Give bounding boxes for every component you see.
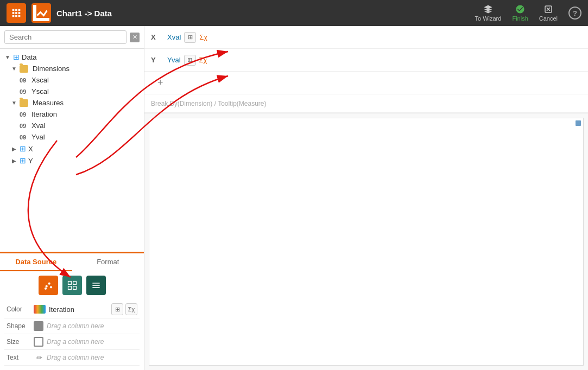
text-placeholder: Drag a column here (47, 354, 137, 361)
x-axis-row: X Xval ⊞ Σχ (144, 26, 588, 49)
x-axis-label: X (151, 33, 162, 41)
shape-label: Shape (7, 322, 30, 330)
data-label: Data (22, 53, 36, 61)
xscal-label: Xscal (31, 76, 49, 84)
y-axis-field: Yval ⊞ Σχ (167, 55, 581, 66)
tree-item-data[interactable]: ▼ ⊞ Data (0, 51, 144, 63)
svg-point-4 (48, 283, 50, 285)
type-icon: 09 (20, 134, 29, 141)
scatter-icon-button[interactable] (39, 276, 58, 295)
table-icon: ⊞ (13, 53, 20, 61)
type-icon: 09 (20, 111, 29, 118)
tree-item-dimensions[interactable]: ▼ Dimensions (0, 63, 144, 74)
svg-rect-8 (73, 282, 76, 285)
x-field-name: Xval (167, 33, 181, 41)
tree-item-xval[interactable]: 09 Xval (0, 120, 144, 131)
size-placeholder: Drag a column here (47, 338, 137, 346)
shape-field-row: Shape Drag a column here (4, 318, 140, 334)
topbar: Chart1 -> Data To Wizard Finish Cancel ? (0, 0, 588, 26)
measures-label: Measures (33, 99, 64, 107)
svg-rect-9 (68, 286, 71, 290)
axis-rows: X Xval ⊞ Σχ Y Yval ⊞ Σχ + (144, 26, 588, 113)
text-label: Text (7, 354, 30, 361)
arrow-icon: ▶ (11, 146, 17, 152)
size-label: Size (7, 338, 30, 346)
tree-item-yval[interactable]: 09 Yval (0, 131, 144, 143)
color-swatch (34, 305, 46, 314)
add-axis-button[interactable]: + (151, 75, 170, 91)
color-label: Color (7, 305, 30, 313)
tab-datasource[interactable]: Data Source (0, 253, 72, 271)
shape-swatch (34, 321, 43, 331)
svg-point-5 (49, 286, 52, 288)
search-clear-button[interactable]: ✕ (130, 33, 140, 42)
arrow-icon: ▼ (11, 66, 17, 72)
iteration-label: Iteration (31, 110, 57, 118)
table-icon: ⊞ (20, 144, 26, 153)
add-axis-row: + (144, 72, 588, 94)
cancel-button[interactable]: Cancel (539, 4, 558, 22)
breakby-text: Break By(Dimension) / Tooltip(Measure) (151, 100, 267, 107)
tree-item-iteration[interactable]: 09 Iteration (0, 109, 144, 120)
svg-rect-7 (68, 282, 71, 285)
arrow-icon: ▼ (11, 100, 17, 106)
panel-tabs: Data Source Format (0, 252, 144, 271)
grid-icon-button[interactable] (62, 276, 82, 295)
y-field-sigma[interactable]: Σχ (199, 56, 207, 64)
chart-corner-handle[interactable] (576, 120, 581, 126)
ds-icon-buttons (4, 276, 140, 295)
svg-point-3 (45, 285, 47, 288)
tab-format[interactable]: Format (72, 253, 144, 271)
arrow-icon: ▶ (11, 158, 17, 164)
color-value: Iteration (49, 305, 108, 314)
type-icon: 09 (20, 88, 29, 95)
finish-button[interactable]: Finish (512, 4, 528, 22)
folder-icon (20, 99, 28, 107)
folder-icon (20, 65, 28, 73)
x-field-sigma[interactable]: Σχ (199, 33, 207, 41)
type-icon: 09 (20, 123, 29, 129)
chart-area (149, 118, 584, 366)
size-swatch (34, 337, 43, 347)
data-tree: ▼ ⊞ Data ▼ Dimensions 09 Xscal 09 Yscal (0, 49, 144, 252)
size-field-row: Size Drag a column here (4, 334, 140, 350)
table-icon: ⊞ (20, 156, 26, 165)
type-icon: 09 (20, 77, 29, 84)
right-panel: X Xval ⊞ Σχ Y Yval ⊞ Σχ + (144, 26, 588, 370)
tree-item-xscal[interactable]: 09 Xscal (0, 74, 144, 86)
svg-rect-10 (73, 286, 76, 290)
chart-logo (31, 3, 51, 23)
color-sigma-button[interactable]: Σχ (125, 303, 137, 315)
yval-label: Yval (31, 133, 45, 141)
tree-item-yscal[interactable]: 09 Yscal (0, 86, 144, 97)
y-axis-row: Y Yval ⊞ Σχ (144, 49, 588, 72)
search-input[interactable] (4, 30, 127, 44)
tree-item-x[interactable]: ▶ ⊞ X (0, 143, 144, 155)
xval-label: Xval (31, 122, 45, 130)
page-title: Chart1 -> Data (56, 9, 470, 18)
yscal-label: Yscal (31, 87, 49, 95)
color-field-actions: ⊞ Σχ (111, 303, 137, 315)
svg-point-6 (44, 288, 46, 290)
shape-placeholder: Drag a column here (47, 322, 137, 330)
text-field-row: Text ✏ Drag a column here (4, 350, 140, 366)
tree-item-measures[interactable]: ▼ Measures (0, 97, 144, 109)
tree-item-y[interactable]: ▶ ⊞ Y (0, 155, 144, 167)
color-field-row: Color Iteration ⊞ Σχ (4, 301, 140, 318)
breakby-row: Break By(Dimension) / Tooltip(Measure) (144, 94, 588, 113)
search-box: ✕ (0, 26, 144, 49)
wizard-button[interactable]: To Wizard (475, 4, 502, 22)
x-field-edit-button[interactable]: ⊞ (184, 32, 196, 43)
list-icon-button[interactable] (86, 276, 106, 295)
dimensions-label: Dimensions (33, 65, 69, 73)
datasource-panel: Color Iteration ⊞ Σχ Shape Drag a column… (0, 271, 144, 370)
x-label: X (28, 145, 33, 153)
y-label: Y (28, 157, 33, 165)
color-edit-button[interactable]: ⊞ (111, 303, 123, 315)
y-field-name: Yval (167, 56, 181, 64)
help-button[interactable]: ? (568, 7, 581, 20)
main-layout: ✕ ▼ ⊞ Data ▼ Dimensions 09 Xscal 0 (0, 26, 588, 370)
y-field-edit-button[interactable]: ⊞ (184, 55, 196, 66)
app-logo (7, 3, 26, 23)
topbar-actions: To Wizard Finish Cancel ? (475, 4, 582, 22)
